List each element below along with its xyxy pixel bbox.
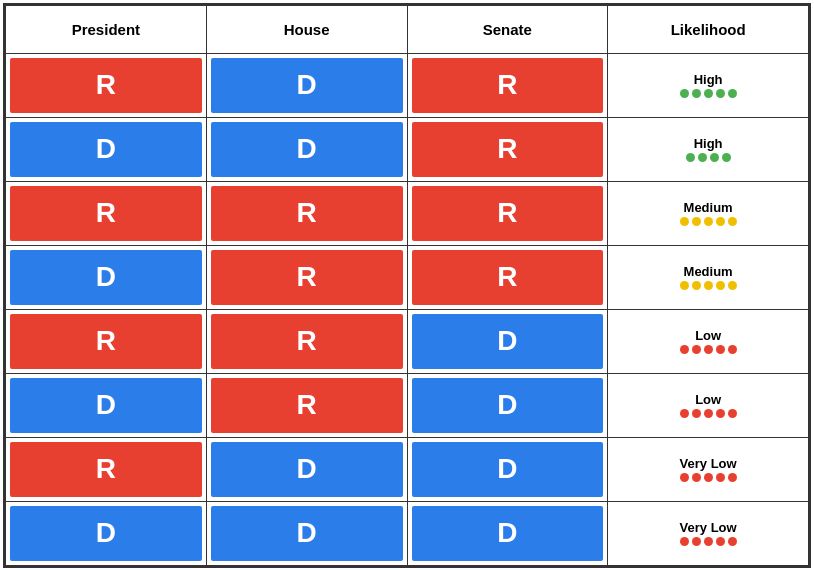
house-badge-7: D	[211, 506, 403, 561]
table-row: RDRHigh	[6, 53, 809, 117]
senate-cell-7: D	[407, 501, 608, 565]
likelihood-label-7: Very Low	[616, 520, 800, 535]
house-badge-2: R	[211, 186, 403, 241]
senate-cell-4: D	[407, 309, 608, 373]
likelihood-dots-7	[616, 537, 800, 546]
header-president: President	[6, 5, 207, 53]
table-row: RRRMedium	[6, 181, 809, 245]
dot-2-4	[728, 217, 737, 226]
house-cell-2: R	[206, 181, 407, 245]
house-cell-3: R	[206, 245, 407, 309]
dot-3-2	[704, 281, 713, 290]
dot-0-4	[728, 89, 737, 98]
dot-2-2	[704, 217, 713, 226]
senate-cell-3: R	[407, 245, 608, 309]
house-badge-6: D	[211, 442, 403, 497]
house-badge-5: R	[211, 378, 403, 433]
dot-7-2	[704, 537, 713, 546]
house-cell-7: D	[206, 501, 407, 565]
table-row: DRDLow	[6, 373, 809, 437]
president-cell-3: D	[6, 245, 207, 309]
president-badge-0: R	[10, 58, 202, 113]
likelihood-label-4: Low	[616, 328, 800, 343]
likelihood-label-0: High	[616, 72, 800, 87]
likelihood-dots-3	[616, 281, 800, 290]
dot-1-3	[722, 153, 731, 162]
president-badge-3: D	[10, 250, 202, 305]
president-cell-7: D	[6, 501, 207, 565]
likelihood-dots-0	[616, 89, 800, 98]
likelihood-cell-4: Low	[608, 309, 809, 373]
president-badge-2: R	[10, 186, 202, 241]
main-table-wrapper: President House Senate Likelihood RDRHig…	[3, 3, 811, 568]
dot-7-3	[716, 537, 725, 546]
dot-0-0	[680, 89, 689, 98]
likelihood-dots-1	[616, 153, 800, 162]
dot-6-3	[716, 473, 725, 482]
house-cell-1: D	[206, 117, 407, 181]
dot-4-2	[704, 345, 713, 354]
dot-3-4	[728, 281, 737, 290]
dot-3-3	[716, 281, 725, 290]
likelihood-cell-0: High	[608, 53, 809, 117]
senate-badge-6: D	[412, 442, 604, 497]
president-badge-6: R	[10, 442, 202, 497]
president-cell-5: D	[6, 373, 207, 437]
house-cell-0: D	[206, 53, 407, 117]
dot-5-3	[716, 409, 725, 418]
house-cell-6: D	[206, 437, 407, 501]
likelihood-dots-2	[616, 217, 800, 226]
senate-cell-1: R	[407, 117, 608, 181]
dot-6-4	[728, 473, 737, 482]
dot-0-3	[716, 89, 725, 98]
likelihood-cell-3: Medium	[608, 245, 809, 309]
president-cell-6: R	[6, 437, 207, 501]
likelihood-label-5: Low	[616, 392, 800, 407]
table-row: DRRMedium	[6, 245, 809, 309]
senate-badge-3: R	[412, 250, 604, 305]
dot-3-1	[692, 281, 701, 290]
dot-0-2	[704, 89, 713, 98]
table-row: RDDVery Low	[6, 437, 809, 501]
likelihood-cell-5: Low	[608, 373, 809, 437]
header-senate: Senate	[407, 5, 608, 53]
likelihood-dots-5	[616, 409, 800, 418]
likelihood-label-3: Medium	[616, 264, 800, 279]
house-cell-5: R	[206, 373, 407, 437]
dot-2-0	[680, 217, 689, 226]
dot-1-2	[710, 153, 719, 162]
senate-cell-5: D	[407, 373, 608, 437]
dot-4-0	[680, 345, 689, 354]
likelihood-dots-4	[616, 345, 800, 354]
president-cell-4: R	[6, 309, 207, 373]
president-cell-0: R	[6, 53, 207, 117]
house-cell-4: R	[206, 309, 407, 373]
dot-2-1	[692, 217, 701, 226]
senate-badge-5: D	[412, 378, 604, 433]
president-badge-1: D	[10, 122, 202, 177]
president-cell-1: D	[6, 117, 207, 181]
dot-6-1	[692, 473, 701, 482]
likelihood-cell-7: Very Low	[608, 501, 809, 565]
senate-badge-2: R	[412, 186, 604, 241]
dot-2-3	[716, 217, 725, 226]
president-cell-2: R	[6, 181, 207, 245]
house-badge-3: R	[211, 250, 403, 305]
senate-cell-6: D	[407, 437, 608, 501]
dot-5-4	[728, 409, 737, 418]
president-badge-4: R	[10, 314, 202, 369]
president-badge-5: D	[10, 378, 202, 433]
header-house: House	[206, 5, 407, 53]
header-likelihood: Likelihood	[608, 5, 809, 53]
likelihood-label-2: Medium	[616, 200, 800, 215]
house-badge-1: D	[211, 122, 403, 177]
senate-badge-7: D	[412, 506, 604, 561]
likelihood-cell-2: Medium	[608, 181, 809, 245]
dot-5-2	[704, 409, 713, 418]
dot-7-4	[728, 537, 737, 546]
likelihood-dots-6	[616, 473, 800, 482]
dot-3-0	[680, 281, 689, 290]
dot-7-1	[692, 537, 701, 546]
dot-5-1	[692, 409, 701, 418]
likelihood-cell-6: Very Low	[608, 437, 809, 501]
